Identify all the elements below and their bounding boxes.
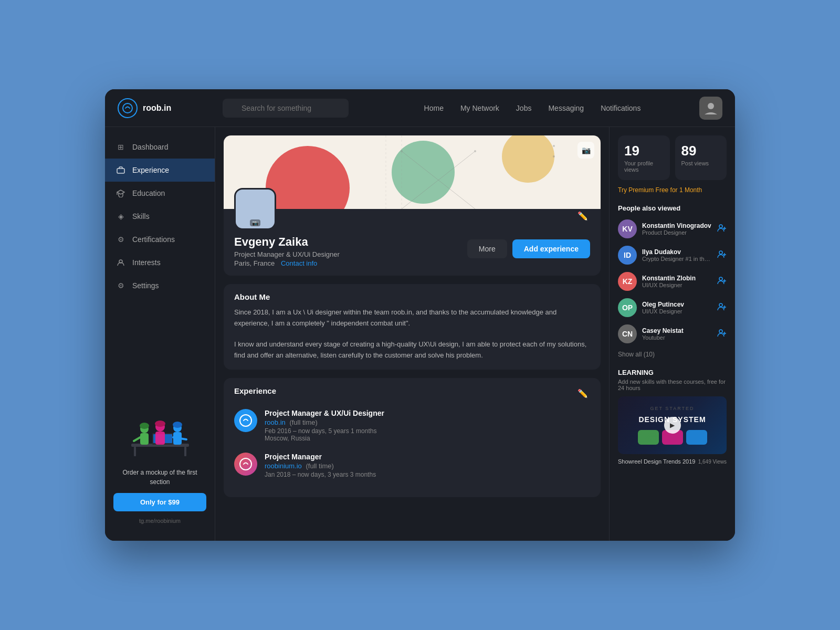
person-item-1: KV Konstantin Vinogradov Product Designe… bbox=[618, 219, 727, 238]
svg-rect-13 bbox=[155, 432, 165, 445]
add-person-2[interactable] bbox=[717, 249, 727, 261]
topbar-right bbox=[699, 97, 722, 120]
play-button[interactable]: ▶ bbox=[664, 417, 681, 434]
content-area: 📷 📷 ✏️ Evgeny Zaika Project Manager & U bbox=[215, 127, 609, 541]
sidebar-bottom: Order a mockup of the first section Only… bbox=[105, 404, 215, 532]
add-person-1[interactable] bbox=[717, 223, 727, 235]
profile-location: Paris, France Contact info bbox=[234, 259, 340, 267]
learning-item-name: Showreel Design Trends 2019 bbox=[618, 458, 698, 465]
banner-circle-green bbox=[392, 141, 455, 204]
nav-messaging[interactable]: Messaging bbox=[548, 104, 584, 112]
add-person-3[interactable] bbox=[717, 276, 727, 287]
search-wrapper: 🔍 bbox=[223, 99, 349, 118]
person-info-4: Oleg Putincev UI/UX Designer bbox=[642, 301, 712, 314]
add-person-4[interactable] bbox=[717, 302, 727, 313]
premium-link[interactable]: Try Premium Free for 1 Month bbox=[618, 186, 727, 194]
person-info-1: Konstantin Vinogradov Product Designer bbox=[642, 222, 712, 236]
sidebar-promo-link[interactable]: tg.me/roobinium bbox=[139, 518, 181, 524]
svg-point-1 bbox=[708, 103, 714, 109]
svg-point-18 bbox=[173, 422, 182, 428]
promo-button[interactable]: Only for $99 bbox=[113, 493, 206, 511]
sidebar-label-certifications: Certifications bbox=[132, 235, 175, 244]
right-panel: 19 Your profile views 89 Post views Try … bbox=[609, 127, 735, 541]
profile-info-area: 📷 ✏️ Evgeny Zaika Project Manager & UX/U… bbox=[224, 209, 601, 276]
stat-profile-views: 19 Your profile views bbox=[618, 135, 670, 180]
stat-number-post: 89 bbox=[681, 143, 721, 159]
experience-item-2: Project Manager roobinium.io (full time)… bbox=[234, 453, 590, 478]
svg-point-29 bbox=[248, 197, 262, 212]
learning-views: 1,649 Views bbox=[698, 459, 727, 465]
skills-icon: ◈ bbox=[116, 211, 126, 222]
stats-row: 19 Your profile views 89 Post views bbox=[618, 135, 727, 180]
profile-avatar[interactable]: 📷 bbox=[234, 188, 276, 230]
person-role-2: Crypto Designer #1 in the World bbox=[642, 256, 712, 262]
sidebar-item-certifications[interactable]: ⚙ Certifications bbox=[105, 228, 215, 251]
add-experience-button[interactable]: Add experience bbox=[512, 239, 590, 258]
exp-location-1: Moscow, Russia bbox=[265, 435, 590, 442]
svg-rect-11 bbox=[140, 433, 149, 445]
svg-line-19 bbox=[134, 437, 140, 441]
edit-experience-button[interactable]: ✏️ bbox=[575, 386, 590, 401]
exp-details-1: Project Manager & UX/Ui Designer roob.in… bbox=[265, 409, 590, 442]
person-item-2: ID Ilya Dudakov Crypto Designer #1 in th… bbox=[618, 246, 727, 265]
sidebar-item-dashboard[interactable]: ⊞ Dashboard bbox=[105, 135, 215, 159]
top-nav: Home My Network Jobs Messaging Notificat… bbox=[365, 104, 699, 112]
about-section: About Me Since 2018, I am a Ux \ Ui desi… bbox=[224, 284, 601, 370]
nav-notifications[interactable]: Notifications bbox=[601, 104, 640, 112]
user-avatar-top[interactable] bbox=[699, 97, 722, 120]
nav-jobs[interactable]: Jobs bbox=[516, 104, 532, 112]
svg-rect-9 bbox=[150, 445, 176, 446]
stat-post-views: 89 Post views bbox=[675, 135, 727, 180]
sidebar-item-education[interactable]: Education bbox=[105, 182, 215, 205]
banner-camera-icon[interactable]: 📷 bbox=[578, 142, 594, 159]
sidebar-label-interests: Interests bbox=[132, 258, 161, 267]
more-button[interactable]: More bbox=[467, 239, 507, 258]
person-item-4: OP Oleg Putincev UI/UX Designer bbox=[618, 298, 727, 317]
banner-circle-red bbox=[266, 146, 350, 209]
experience-section: Experience ✏️ Project Manager & UX/Ui De… bbox=[224, 378, 601, 497]
svg-point-32 bbox=[240, 458, 251, 470]
svg-point-42 bbox=[719, 303, 722, 307]
sidebar-label-dashboard: Dashboard bbox=[132, 143, 169, 151]
app-window: roob.in 🔍 Home My Network Jobs Messaging… bbox=[105, 89, 735, 541]
svg-point-17 bbox=[155, 421, 165, 427]
sidebar-item-interests[interactable]: Interests bbox=[105, 251, 215, 274]
person-role-4: UI/UX Designer bbox=[642, 308, 712, 314]
person-info-5: Casey Neistat Youtuber bbox=[642, 327, 712, 341]
avatar-camera-icon: 📷 bbox=[250, 219, 260, 226]
nav-my-network[interactable]: My Network bbox=[460, 104, 499, 112]
exp-logo-2 bbox=[234, 453, 257, 476]
contact-info-link[interactable]: Contact info bbox=[281, 259, 317, 267]
svg-point-33 bbox=[719, 225, 722, 228]
logo-icon[interactable] bbox=[118, 98, 138, 118]
about-paragraph-2: I know and understand every stage of cre… bbox=[234, 339, 590, 361]
interests-icon bbox=[116, 257, 126, 268]
sidebar-item-settings[interactable]: ⚙ Settings bbox=[105, 274, 215, 297]
sidebar-item-skills[interactable]: ◈ Skills bbox=[105, 205, 215, 228]
experience-title: Experience bbox=[234, 386, 276, 395]
svg-rect-6 bbox=[184, 447, 186, 456]
svg-point-16 bbox=[140, 423, 149, 429]
learning-thumbnail[interactable]: Get Started DESIGN SYSTEM ▶ bbox=[618, 396, 727, 454]
profile-actions: More Add experience bbox=[467, 239, 590, 258]
exp-logo-1 bbox=[234, 409, 257, 432]
svg-point-31 bbox=[240, 415, 251, 426]
person-item-3: KZ Konstantin Zlobin UI/UX Designer bbox=[618, 272, 727, 291]
stat-label-profile: Your profile views bbox=[624, 160, 664, 173]
people-section-title: People also viewed bbox=[618, 204, 727, 212]
dashboard-icon: ⊞ bbox=[116, 142, 126, 152]
topbar: roob.in 🔍 Home My Network Jobs Messaging… bbox=[105, 89, 735, 127]
about-title: About Me bbox=[234, 292, 590, 301]
edit-profile-button[interactable]: ✏️ bbox=[575, 209, 590, 223]
show-all-link[interactable]: Show all (10) bbox=[618, 351, 727, 358]
experience-icon bbox=[116, 165, 126, 175]
person-name-4: Oleg Putincev bbox=[642, 301, 712, 308]
sidebar-item-experience[interactable]: Experience bbox=[105, 159, 215, 182]
nav-home[interactable]: Home bbox=[424, 104, 444, 112]
search-input[interactable] bbox=[223, 99, 349, 118]
education-icon bbox=[116, 188, 126, 198]
person-name-3: Konstantin Zlobin bbox=[642, 275, 712, 282]
profile-title: Project Manager & UX/Ui Designer bbox=[234, 250, 340, 258]
add-person-5[interactable] bbox=[717, 328, 727, 340]
person-avatar-5: CN bbox=[618, 324, 637, 343]
